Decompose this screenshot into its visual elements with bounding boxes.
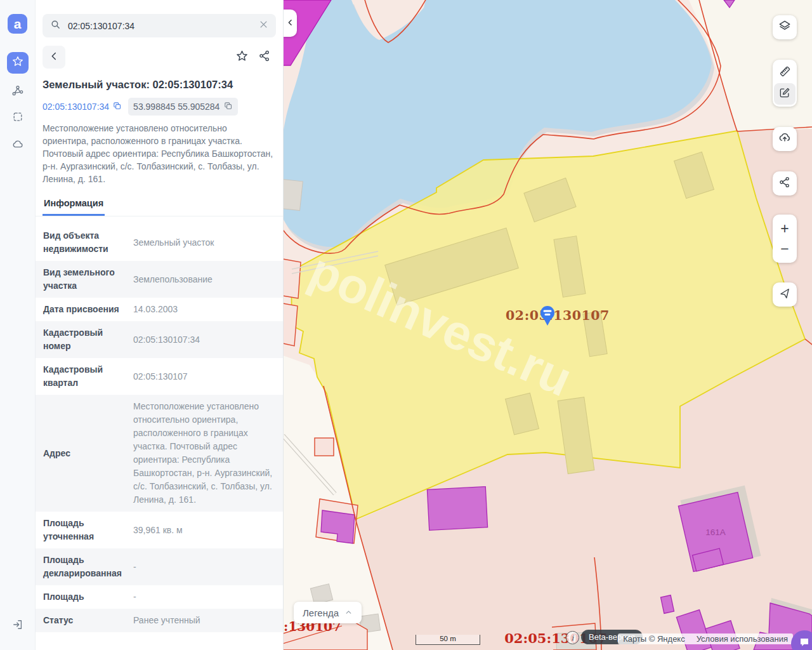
cadastral-number-link[interactable]: 02:05:130107:34: [43, 101, 122, 112]
legend-button[interactable]: Легенда: [294, 602, 362, 623]
chevron-left-icon: [49, 51, 60, 64]
login-exit-icon: [11, 618, 24, 633]
sidebar-item-login[interactable]: [7, 615, 29, 637]
copy-icon[interactable]: [112, 101, 122, 112]
cloud-icon: [11, 138, 24, 153]
table-row: Кадастровый номер02:05:130107:34: [36, 321, 283, 358]
sidebar-item-cloud[interactable]: [7, 135, 29, 156]
scale-label: 50 m: [440, 635, 456, 642]
search-bar: [43, 14, 276, 37]
table-row: Площадь декларированная-: [36, 548, 283, 585]
sidebar-item-objects[interactable]: [7, 81, 29, 103]
upload-button[interactable]: [773, 127, 797, 151]
ruler-icon: [778, 65, 792, 81]
layers-icon: [778, 19, 792, 36]
polygon-nodes-icon: [11, 84, 24, 100]
favorite-button[interactable]: [230, 46, 253, 69]
info-icon[interactable]: i: [566, 631, 579, 644]
table-row: Дата присвоения14.03.2003: [36, 298, 283, 321]
cadastral-number-text: 02:05:130107:34: [43, 102, 109, 112]
table-row: СтатусРанее учтенный: [36, 609, 283, 632]
edit-pencil-icon: [778, 86, 791, 102]
page-title: Земельный участок: 02:05:130107:34: [43, 79, 276, 91]
building-number-label: 161А: [705, 527, 726, 537]
row-label: Дата присвоения: [43, 303, 133, 316]
map-tiles: 161А polinvest.ru 02:05:130107 02:05:130…: [283, 0, 812, 650]
share-nodes-icon: [778, 176, 791, 191]
yandex-copyright-link[interactable]: Карты © Яндекс: [623, 634, 685, 644]
chevron-left-icon: [286, 18, 294, 29]
table-row: Кадастровый квартал02:05:130107: [36, 358, 283, 395]
row-label: Вид объекта недвижимости: [43, 229, 133, 256]
tab-bar: Информация: [36, 194, 283, 216]
chat-bubble-icon: [799, 637, 810, 650]
cloud-upload-icon: [778, 131, 792, 147]
map-share-button[interactable]: [773, 171, 797, 196]
copy-icon[interactable]: [223, 101, 233, 112]
clear-search-icon[interactable]: [259, 20, 268, 32]
measure-draw-tools: [773, 60, 797, 107]
row-label: Кадастровый квартал: [43, 363, 133, 390]
row-label: Площадь: [43, 590, 133, 604]
legend-label: Легенда: [303, 607, 339, 618]
sidebar-item-selection[interactable]: [7, 107, 29, 129]
row-value: -: [133, 560, 275, 574]
parcel-number-label: 02:05:130107: [506, 308, 610, 323]
app-logo[interactable]: a: [8, 14, 27, 34]
layers-button[interactable]: [773, 15, 797, 39]
row-value: 14.03.2003: [133, 303, 275, 316]
search-icon: [50, 19, 61, 32]
terms-of-use-link[interactable]: Условия использования: [697, 634, 788, 644]
scale-bar: 50 m: [416, 635, 480, 645]
table-row: Площадь-: [36, 585, 283, 609]
object-description: Местоположение установлено относительно …: [43, 122, 275, 185]
row-label: Статус: [43, 614, 133, 627]
row-value: 02:05:130107: [133, 370, 275, 383]
tab-information[interactable]: Информация: [43, 194, 105, 216]
zoom-out-button[interactable]: −: [773, 237, 797, 261]
object-toolbar: [43, 46, 276, 69]
back-button[interactable]: [43, 46, 65, 69]
row-value: Землепользование: [133, 273, 275, 286]
measure-button[interactable]: [774, 62, 796, 83]
search-input[interactable]: [67, 20, 253, 32]
coordinates-text: 53.998845 55.905284: [133, 102, 219, 112]
row-value: -: [133, 590, 275, 604]
zoom-control: + −: [773, 215, 797, 263]
collapse-panel-button[interactable]: [283, 10, 297, 37]
table-row: Вид земельного участкаЗемлепользование: [36, 261, 283, 298]
star-icon: [11, 55, 24, 70]
attributes-table: Вид объекта недвижимостиЗемельный участо…: [36, 224, 283, 632]
map-attribution: Карты © Яндекс Условия использования: [618, 633, 793, 644]
row-label: Площадь уточненная: [43, 517, 133, 543]
row-value: Земельный участок: [133, 236, 275, 249]
object-panel: Земельный участок: 02:05:130107:34 02:05…: [36, 0, 284, 650]
map-canvas[interactable]: 161А polinvest.ru 02:05:130107 02:05:130…: [283, 0, 812, 650]
coordinates-chip[interactable]: 53.998845 55.905284: [128, 98, 238, 116]
locate-button[interactable]: [773, 282, 797, 307]
chevron-up-icon: [344, 607, 353, 618]
table-row: АдресМестоположение установлено относите…: [36, 395, 283, 512]
share-nodes-icon: [258, 50, 271, 65]
table-row: Площадь уточненная39,961 кв. м: [36, 512, 283, 548]
row-value: 39,961 кв. м: [133, 524, 275, 537]
sidebar-item-favorites[interactable]: [7, 52, 29, 74]
dashed-square-icon: [11, 110, 24, 126]
row-label: Вид земельного участка: [43, 266, 133, 293]
icon-rail: a: [0, 0, 36, 650]
row-label: Площадь декларированная: [43, 554, 133, 580]
row-value: 02:05:130107:34: [133, 333, 275, 347]
draw-button[interactable]: [774, 83, 796, 105]
table-row: Вид объекта недвижимостиЗемельный участо…: [36, 224, 283, 261]
app-logo-letter: a: [14, 17, 22, 32]
row-value: Местоположение установлено относительно …: [133, 400, 275, 507]
navigation-arrow-icon: [778, 287, 792, 303]
identifier-row: 02:05:130107:34 53.998845 55.905284: [43, 98, 276, 116]
row-label: Адрес: [43, 447, 133, 460]
share-button[interactable]: [253, 46, 276, 69]
row-value: Ранее учтенный: [133, 614, 275, 627]
row-label: Кадастровый номер: [43, 326, 133, 353]
star-outline-icon: [235, 50, 249, 65]
